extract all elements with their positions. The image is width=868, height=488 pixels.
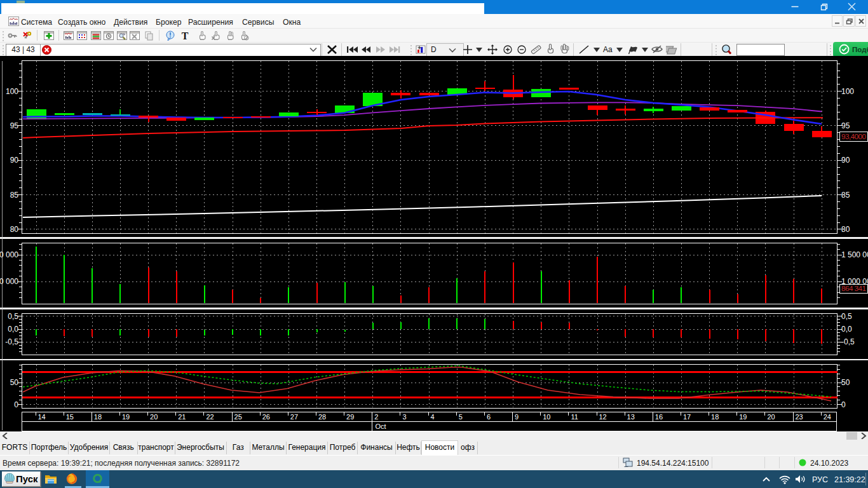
svg-text:0: 0: [14, 400, 18, 409]
svg-text:24: 24: [824, 413, 831, 421]
svg-text:12: 12: [599, 413, 607, 421]
svg-text:22: 22: [206, 413, 214, 421]
svg-text:3: 3: [402, 413, 406, 421]
svg-text:19: 19: [122, 413, 130, 421]
svg-text:1 500 000: 1 500 000: [841, 250, 868, 259]
svg-text:9: 9: [515, 413, 519, 421]
svg-text:80: 80: [841, 225, 850, 234]
svg-text:-0,5: -0,5: [5, 337, 18, 346]
svg-text:0,5: 0,5: [8, 312, 18, 321]
svg-text:16: 16: [655, 413, 663, 421]
svg-text:T: T: [182, 30, 189, 41]
svg-text:0,5: 0,5: [841, 312, 852, 321]
svg-text:1 000 000: 1 000 000: [0, 277, 18, 286]
svg-text:90: 90: [841, 156, 850, 165]
svg-text:26: 26: [262, 413, 270, 421]
svg-text:5: 5: [459, 413, 463, 421]
svg-text:0,0: 0,0: [8, 325, 18, 334]
svg-text:21: 21: [178, 413, 186, 421]
svg-text:18: 18: [711, 413, 719, 421]
svg-text:0: 0: [841, 400, 846, 409]
svg-text:15: 15: [66, 413, 74, 421]
svg-text:28: 28: [318, 413, 326, 421]
svg-text:29: 29: [346, 413, 354, 421]
svg-text:1 500 000: 1 500 000: [0, 250, 18, 259]
svg-text:85: 85: [841, 191, 850, 200]
svg-text:18: 18: [94, 413, 102, 421]
svg-text:95: 95: [10, 121, 19, 130]
svg-text:864 341: 864 341: [841, 284, 866, 293]
svg-text:25: 25: [234, 413, 242, 421]
svg-text:11: 11: [571, 413, 578, 421]
svg-text:!: !: [169, 32, 171, 39]
svg-text:23: 23: [796, 413, 803, 421]
svg-text:90: 90: [10, 156, 19, 165]
svg-text:20: 20: [150, 413, 158, 421]
svg-text:17: 17: [683, 413, 691, 421]
svg-text:95: 95: [841, 121, 850, 130]
svg-text:20: 20: [767, 413, 775, 421]
svg-text:6: 6: [487, 413, 491, 421]
svg-text:10: 10: [543, 413, 550, 421]
svg-text:19: 19: [739, 413, 747, 421]
svg-text:2: 2: [374, 413, 378, 421]
svg-text:100: 100: [841, 87, 854, 96]
svg-text:85: 85: [10, 191, 19, 200]
svg-text:80: 80: [10, 225, 19, 234]
svg-text:50: 50: [10, 378, 19, 387]
svg-text:0,0: 0,0: [841, 325, 852, 334]
svg-text:14: 14: [38, 413, 46, 421]
svg-text:-0,5: -0,5: [841, 337, 855, 346]
svg-text:13: 13: [627, 413, 635, 421]
svg-text:50: 50: [841, 378, 850, 387]
svg-text:100: 100: [6, 87, 18, 96]
svg-text:93,4000: 93,4000: [841, 132, 866, 141]
svg-text:4: 4: [431, 413, 435, 421]
svg-text:Oct: Oct: [376, 423, 386, 430]
svg-text:27: 27: [290, 413, 298, 421]
